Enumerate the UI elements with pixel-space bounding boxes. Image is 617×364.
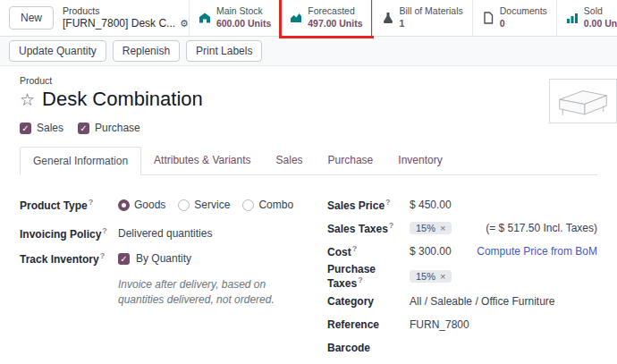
purchase-taxes-label: Purchase Taxes? [327, 263, 410, 290]
breadcrumb: Products [FURN_7800] Desk C... ⚙ [63, 5, 189, 30]
tag-remove-icon[interactable]: × [440, 223, 445, 233]
stat-sold[interactable]: Sold 0.00 Units [556, 0, 617, 36]
cost-label: Cost? [327, 244, 410, 258]
stat-main-stock[interactable]: Main Stock 600.00 Units [189, 0, 280, 36]
odoo-product-form: New Products [FURN_7800] Desk C... ⚙ Mai… [0, 0, 617, 364]
help-icon: ? [100, 251, 106, 260]
sales-checkbox-label: Sales [37, 122, 63, 134]
checked-checkbox-icon: ✓ [20, 123, 31, 134]
product-name-field[interactable]: Desk Combination [42, 88, 203, 111]
stat-value: 600.00 Units [216, 18, 271, 30]
category-label: Category [327, 295, 410, 308]
stat-forecasted[interactable]: Forecasted 497.00 Units [280, 0, 371, 36]
radio-combo[interactable]: Combo [242, 199, 293, 211]
stat-value: 0.00 Units [584, 18, 617, 30]
stat-value: 1 [400, 18, 463, 30]
help-icon: ? [389, 221, 394, 230]
breadcrumb-products-link[interactable]: Products [63, 5, 189, 17]
breadcrumb-current-record: [FURN_7800] Desk C... [63, 17, 175, 30]
cost-field[interactable]: $ 300.00 [410, 245, 452, 258]
general-info-right-column: Sales Price? $ 450.00 Sales Taxes? 15% ×… [327, 193, 597, 364]
product-type-label: Product Type? [20, 198, 118, 212]
radio-unselected-icon [178, 199, 190, 211]
sales-checkbox[interactable]: ✓ Sales [20, 122, 63, 134]
radio-selected-icon [118, 199, 130, 211]
purchase-checkbox-label: Purchase [95, 122, 140, 134]
sales-price-label: Sales Price? [327, 198, 410, 212]
reference-label: Reference [327, 318, 410, 331]
action-bar: Update Quantity Replenish Print Labels [0, 37, 617, 66]
stat-documents[interactable]: Documents 0 [472, 0, 556, 36]
help-icon: ? [102, 226, 107, 235]
purchase-checkbox[interactable]: ✓ Purchase [78, 122, 140, 134]
help-icon: ? [89, 198, 94, 207]
stat-value: 497.00 Units [308, 18, 362, 30]
help-icon: ? [358, 275, 363, 284]
area-chart-icon [290, 12, 302, 24]
invoicing-policy-help-text: Invoice after delivery, based on quantit… [118, 277, 306, 309]
checked-checkbox-icon: ✓ [78, 123, 89, 134]
tab-inventory[interactable]: Inventory [385, 147, 454, 175]
track-inventory-checkbox[interactable]: ✓ [118, 253, 130, 265]
help-icon: ? [352, 244, 358, 253]
tab-sales[interactable]: Sales [264, 147, 316, 175]
radio-goods[interactable]: Goods [118, 199, 165, 211]
print-labels-button[interactable]: Print Labels [186, 40, 262, 62]
gear-icon[interactable]: ⚙ [180, 18, 189, 30]
compute-price-from-bom-link[interactable]: Compute Price from BoM [477, 245, 597, 258]
reference-field[interactable]: FURN_7800 [410, 318, 597, 331]
bar-chart-icon [566, 12, 579, 24]
general-info-left-column: Product Type? Goods Service [20, 193, 306, 364]
favorite-star-icon[interactable]: ☆ [20, 91, 35, 108]
invoicing-policy-label: Invoicing Policy? [20, 226, 118, 241]
tab-general-information[interactable]: General Information [20, 147, 141, 175]
stat-label: Documents [500, 5, 547, 18]
tag-remove-icon[interactable]: × [440, 271, 445, 282]
top-bar: New Products [FURN_7800] Desk C... ⚙ Mai… [0, 0, 617, 37]
stat-label: Main Stock [216, 5, 271, 18]
flask-icon [382, 12, 394, 24]
sales-price-field[interactable]: $ 450.00 [410, 199, 597, 211]
radio-service[interactable]: Service [178, 199, 230, 211]
stat-value: 0 [500, 18, 547, 30]
sales-tax-tag[interactable]: 15% × [410, 222, 452, 234]
purchase-tax-tag[interactable]: 15% × [410, 270, 452, 283]
product-kind-label: Product [20, 75, 597, 86]
invoicing-policy-field[interactable]: Delivered quantities [118, 227, 306, 240]
category-field[interactable]: All / Saleable / Office Furniture [410, 295, 597, 308]
form-sheet: Product ☆ Desk Combination ✓ Sales ✓ Pur… [0, 66, 617, 364]
barcode-label: Barcode [327, 342, 410, 354]
tab-purchase[interactable]: Purchase [316, 147, 386, 175]
stat-label: Bill of Materials [400, 5, 463, 18]
tab-attributes-variants[interactable]: Attributes & Variants [141, 147, 264, 175]
stat-label: Forecasted [308, 5, 362, 18]
stat-button-box: Main Stock 600.00 Units Forecasted 497.0… [189, 0, 617, 36]
stat-bill-of-materials[interactable]: Bill of Materials 1 [372, 0, 472, 36]
help-icon: ? [385, 198, 391, 207]
sales-taxes-label: Sales Taxes? [327, 221, 410, 235]
stat-label: Sold [584, 5, 617, 18]
warehouse-icon [199, 12, 211, 24]
new-button[interactable]: New [9, 6, 54, 30]
replenish-button[interactable]: Replenish [113, 40, 180, 62]
breadcrumb-area: New Products [FURN_7800] Desk C... ⚙ [0, 0, 189, 36]
track-inventory-label: Track Inventory? [20, 251, 118, 266]
desk-sketch-image [553, 82, 613, 120]
file-icon [482, 12, 494, 24]
track-inventory-field[interactable]: By Quantity [136, 252, 191, 265]
update-quantity-button[interactable]: Update Quantity [9, 40, 106, 62]
incl-taxes-note: (= $ 517.50 Incl. Taxes) [486, 222, 597, 234]
radio-unselected-icon [242, 199, 254, 211]
notebook-tabs: General Information Attributes & Variant… [20, 147, 597, 175]
product-image[interactable] [549, 79, 617, 123]
product-type-radio-group: Goods Service Combo [118, 199, 306, 211]
